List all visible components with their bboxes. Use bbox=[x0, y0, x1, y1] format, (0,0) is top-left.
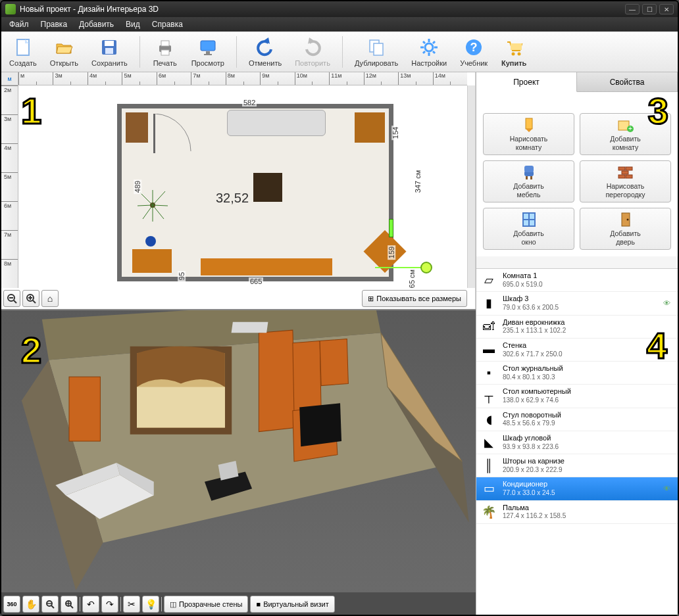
furniture-wardrobe[interactable] bbox=[126, 112, 148, 143]
zoom-in-button[interactable] bbox=[22, 290, 39, 307]
toolbar-new-button[interactable]: Создать bbox=[5, 35, 41, 69]
zoom-out-3d-button[interactable] bbox=[41, 596, 59, 613]
redo-3d-button[interactable]: ↷ bbox=[101, 596, 118, 613]
menu-item-Правка[interactable]: Правка bbox=[36, 18, 73, 31]
ruler-tick: 3м bbox=[53, 72, 87, 85]
selected-item-ac[interactable] bbox=[389, 219, 393, 237]
menu-item-Добавить[interactable]: Добавить bbox=[74, 18, 119, 31]
toolbar-label: Печать bbox=[153, 59, 177, 67]
svg-rect-74 bbox=[530, 176, 532, 179]
svg-line-63 bbox=[70, 605, 73, 608]
add-room-button[interactable]: +Добавитькомнату bbox=[580, 113, 671, 155]
furniture-corner-wardrobe[interactable] bbox=[355, 112, 385, 143]
scrollbar-vertical[interactable] bbox=[467, 85, 475, 288]
svg-rect-77 bbox=[622, 171, 628, 174]
scene-item[interactable]: ▭ Кондиционер77.0 x 33.0 x 24.5 👁 bbox=[476, 477, 678, 500]
svg-marker-49 bbox=[293, 341, 321, 413]
furniture-coffee-table[interactable] bbox=[253, 173, 282, 202]
ruler-horizontal: м3м4м5м6м7м8м9м10м11м12м13м14м bbox=[18, 72, 467, 85]
furniture-sofa[interactable] bbox=[227, 110, 326, 136]
add-furn-button[interactable]: Добавитьмебель bbox=[483, 160, 574, 202]
ruler-tick: 7м bbox=[191, 72, 225, 85]
toolbar-buy-button[interactable]: Купить bbox=[497, 35, 531, 69]
toolbar-help-button[interactable]: ?Учебник bbox=[456, 35, 491, 69]
ruler-tick: 12м bbox=[364, 72, 398, 85]
action-label: Нарисоватьперегородку bbox=[605, 182, 645, 198]
maximize-button[interactable]: ☐ bbox=[642, 4, 657, 14]
plan-2d-view[interactable]: м м3м4м5м6м7м8м9м10м11м12м13м14м 2м3м4м5… bbox=[1, 72, 476, 309]
pan-button[interactable]: ✋ bbox=[22, 596, 39, 613]
zoom-out-button[interactable] bbox=[3, 290, 20, 307]
visibility-eye-icon[interactable]: 👁 bbox=[663, 485, 674, 492]
redo-icon bbox=[302, 37, 323, 58]
selection-handle[interactable] bbox=[374, 253, 440, 286]
toolbar-dup-button[interactable]: Дублировать bbox=[351, 35, 402, 69]
svg-point-26 bbox=[512, 52, 515, 55]
room-outline[interactable] bbox=[117, 104, 393, 281]
toolbar-label: Открыть bbox=[50, 59, 78, 67]
cut-walls-button[interactable]: ✂ bbox=[123, 596, 140, 613]
scene-item[interactable]: ▱ Комната 1695.0 x 519.0 bbox=[476, 269, 678, 292]
toolbar-save-button[interactable]: Сохранить bbox=[88, 35, 132, 69]
camera-icon: ■ bbox=[256, 600, 261, 608]
item-name: Пальма bbox=[503, 504, 674, 513]
visibility-eye-icon[interactable]: 👁 bbox=[663, 299, 674, 307]
furniture-chair[interactable] bbox=[144, 235, 157, 248]
svg-rect-3 bbox=[105, 41, 114, 46]
toolbar-open-button[interactable]: Открыть bbox=[46, 35, 82, 69]
scene-item[interactable]: ◣ Шкаф угловой93.9 x 93.8 x 223.6 bbox=[476, 431, 678, 454]
add-window-button[interactable]: Добавитьокно bbox=[483, 208, 574, 250]
app-icon bbox=[5, 4, 16, 14]
scene-item[interactable]: ┬ Стол компьютерный138.0 x 62.9 x 74.6 bbox=[476, 385, 678, 408]
lighting-button[interactable]: 💡 bbox=[142, 596, 159, 613]
toolbar-print-button[interactable]: Печать bbox=[148, 35, 182, 69]
transparent-walls-label: Прозрачные стены bbox=[179, 600, 242, 608]
furniture-wall-unit[interactable] bbox=[201, 258, 332, 275]
svg-rect-47 bbox=[69, 377, 100, 441]
toolbar-label: Учебник bbox=[460, 59, 488, 67]
scene-item[interactable]: ║ Шторы на карнизе200.9 x 20.3 x 222.9 bbox=[476, 454, 678, 477]
tab-properties[interactable]: Свойства bbox=[577, 72, 678, 91]
home-button[interactable]: ⌂ bbox=[41, 290, 59, 307]
menu-item-Вид[interactable]: Вид bbox=[120, 18, 145, 31]
toolbar-redo-button[interactable]: Повторить bbox=[291, 35, 334, 69]
transparent-walls-button[interactable]: ◫ Прозрачные стены bbox=[164, 596, 248, 613]
titlebar: Новый проект - Дизайн Интерьера 3D — ☐ ✕ bbox=[1, 1, 678, 17]
ruler-tick: 4м bbox=[1, 143, 18, 172]
svg-rect-73 bbox=[526, 176, 528, 179]
rotate-360-button[interactable]: 360 bbox=[3, 596, 20, 613]
ruler-tick: 8м bbox=[1, 259, 18, 288]
toolbar-settings-button[interactable]: Настройки bbox=[407, 35, 451, 69]
toolbar-undo-button[interactable]: Отменить bbox=[245, 35, 286, 69]
scene-item[interactable]: 🌴 Пальма127.4 x 116.2 x 158.5 bbox=[476, 501, 678, 524]
copy-icon bbox=[366, 37, 387, 58]
action-label: Добавитьдверь bbox=[610, 229, 640, 245]
gear-icon bbox=[418, 37, 440, 58]
draw-room-button[interactable]: Нарисоватькомнату bbox=[483, 113, 574, 155]
zoom-in-3d-button[interactable] bbox=[61, 596, 78, 613]
toolbar-view-button[interactable]: Просмотр bbox=[188, 35, 228, 69]
undo-3d-button[interactable]: ↶ bbox=[82, 596, 99, 613]
room-area-label: 32,52 bbox=[216, 191, 249, 206]
scene-item[interactable]: ▪ Стол журнальный80.4 x 80.1 x 30.3 bbox=[476, 362, 678, 385]
scene-item[interactable]: 🛋 Диван еврокнижка235.1 x 113.1 x 102.2 bbox=[476, 316, 678, 339]
dim-far: 65 см bbox=[408, 268, 416, 288]
draw-wall-button[interactable]: Нарисоватьперегородку bbox=[580, 160, 671, 202]
minimize-button[interactable]: — bbox=[625, 4, 640, 14]
menu-item-Файл[interactable]: Файл bbox=[4, 18, 34, 31]
canvas-2d[interactable]: 582 347 см 154 489 665 159 65 см 95 32,5… bbox=[18, 85, 467, 288]
scene-item[interactable]: ▮ Шкаф 379.0 x 63.6 x 200.5 👁 bbox=[476, 292, 678, 315]
close-button[interactable]: ✕ bbox=[659, 4, 674, 14]
item-thumb-icon: ▬ bbox=[480, 342, 497, 358]
open-icon bbox=[53, 37, 74, 58]
view-3d[interactable]: 360 ✋ ↶ ↷ ✂ 💡 ◫ Прозрачные стены bbox=[1, 309, 476, 615]
menu-item-Справка[interactable]: Справка bbox=[147, 18, 188, 31]
canvas-3d[interactable] bbox=[1, 310, 476, 592]
tab-project[interactable]: Проект bbox=[476, 72, 577, 92]
show-all-sizes-button[interactable]: ⊞ Показывать все размеры bbox=[362, 290, 467, 307]
scene-item[interactable]: ▬ Стенка302.6 x 71.7 x 250.0 bbox=[476, 339, 678, 362]
scene-item[interactable]: ◖ Стул поворотный48.5 x 56.6 x 79.9 bbox=[476, 408, 678, 431]
add-door-button[interactable]: Добавитьдверь bbox=[580, 208, 671, 250]
furniture-desk[interactable] bbox=[132, 249, 172, 273]
virtual-tour-button[interactable]: ■ Виртуальный визит bbox=[250, 596, 334, 613]
